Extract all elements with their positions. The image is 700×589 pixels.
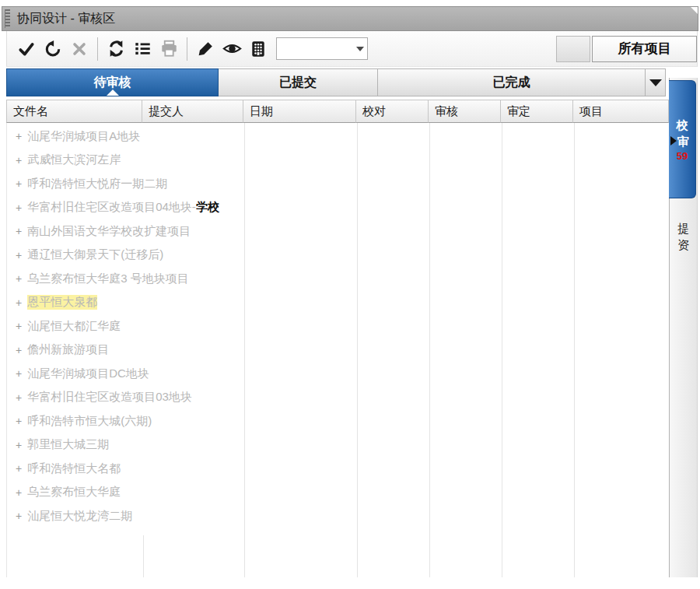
side-tab-char: 资 xyxy=(677,237,689,253)
column-header-文件名[interactable]: 文件名 xyxy=(6,100,142,123)
preview-button[interactable] xyxy=(220,37,243,61)
file-name-bold-suffix: 学校 xyxy=(196,200,219,215)
tab-label: 待审核 xyxy=(94,75,131,91)
active-pointer-icon xyxy=(670,136,677,145)
expand-plus-icon[interactable]: + xyxy=(16,439,22,451)
expand-plus-icon[interactable]: + xyxy=(16,462,22,475)
side-tab-char: 校 xyxy=(677,117,688,133)
dock-grip-icon[interactable] xyxy=(5,9,10,28)
undo-icon xyxy=(44,40,61,58)
table-row[interactable]: +南山外国语文华学校改扩建项目 xyxy=(7,219,669,244)
column-header-审核[interactable]: 审核 xyxy=(429,100,501,123)
table-row[interactable]: +呼和浩特恒大悦府一期二期 xyxy=(7,172,669,196)
chevron-down-icon xyxy=(356,47,364,51)
side-tab-char: 审 xyxy=(677,133,689,149)
dropdown-arrow-icon xyxy=(649,79,662,86)
tab-label: 已完成 xyxy=(493,75,530,91)
cancel-button xyxy=(68,37,91,61)
title-bar[interactable]: 协同设计 - 审核区 xyxy=(2,6,698,31)
refresh-icon xyxy=(107,40,125,58)
project-filter-combo[interactable] xyxy=(276,37,368,60)
window-title: 协同设计 - 审核区 xyxy=(17,11,115,27)
expand-plus-icon[interactable]: + xyxy=(16,154,22,167)
corner-notch xyxy=(691,7,698,14)
expand-plus-icon[interactable]: + xyxy=(16,130,22,142)
file-name: 汕尾华润城项目A地块 xyxy=(27,129,140,144)
edit-button[interactable] xyxy=(194,37,217,61)
pending-count-badge: 59 xyxy=(677,149,688,163)
file-name: 乌兰察布恒大华庭3 号地块项目 xyxy=(27,272,189,286)
column-header-项目[interactable]: 项目 xyxy=(573,100,669,123)
tab-overflow-button[interactable] xyxy=(646,68,666,96)
undo-button[interactable] xyxy=(41,37,65,61)
project-button[interactable] xyxy=(247,37,270,61)
column-header-日期[interactable]: 日期 xyxy=(243,100,356,123)
blank-toggle-box[interactable] xyxy=(556,36,590,62)
side-tab-提资[interactable]: 提资 xyxy=(670,220,697,253)
table-header: 文件名提交人日期校对审核审定项目 xyxy=(6,100,669,123)
file-name: 南山外国语文华学校改扩建项目 xyxy=(27,224,191,239)
table-row[interactable]: +汕尾恒大悦龙湾二期 xyxy=(7,504,669,528)
expand-plus-icon[interactable]: + xyxy=(16,249,22,261)
refresh-button[interactable] xyxy=(104,37,128,61)
app-window: 协同设计 - 审核区 所有项目 待审核已提交已完成 文件名提交人日期校对审核审定… xyxy=(0,0,700,589)
table-row[interactable]: +乌兰察布恒大华庭 xyxy=(7,481,669,505)
expand-plus-icon[interactable]: + xyxy=(16,320,22,332)
table-row[interactable]: +汕尾恒大都汇华庭 xyxy=(7,314,669,338)
expand-plus-icon[interactable]: + xyxy=(16,296,22,309)
table-row[interactable]: +郭里恒大城三期 xyxy=(7,433,669,458)
file-name: 汕尾华润城项目DC地块 xyxy=(27,366,149,381)
expand-plus-icon[interactable]: + xyxy=(16,177,22,190)
tab-待审核[interactable]: 待审核 xyxy=(6,68,219,96)
eye-icon xyxy=(222,39,242,58)
table-row[interactable]: +儋州新旅游项目 xyxy=(7,338,669,363)
expand-plus-icon[interactable]: + xyxy=(16,225,22,237)
list-icon xyxy=(134,40,152,58)
table-row[interactable]: +呼和浩特恒大名都 xyxy=(7,457,669,481)
table-row[interactable]: +乌兰察布恒大华庭3 号地块项目 xyxy=(7,267,669,291)
table-row[interactable]: +武威恒大滨河左岸 xyxy=(7,149,669,173)
file-name: 郭里恒大城三期 xyxy=(27,437,109,452)
file-name: 恩平恒大泉都 xyxy=(27,295,97,310)
project-filter-input[interactable] xyxy=(277,38,352,59)
column-header-审定[interactable]: 审定 xyxy=(501,100,573,123)
tab-已提交[interactable]: 已提交 xyxy=(219,68,378,96)
toolbar-separator xyxy=(187,37,187,61)
check-icon xyxy=(18,40,35,58)
file-list: +汕尾华润城项目A地块+武威恒大滨河左岸+呼和浩特恒大悦府一期二期+华富村旧住宅… xyxy=(7,124,669,528)
pencil-icon xyxy=(197,40,214,58)
file-name: 呼和浩特恒大悦府一期二期 xyxy=(27,177,167,191)
review-tabs: 待审核已提交已完成 xyxy=(6,68,666,96)
table-row[interactable]: +华富村旧住宅区改造项目03地块 xyxy=(7,386,669,410)
table-row[interactable]: +汕尾华润城项目A地块 xyxy=(7,124,669,149)
expand-plus-icon[interactable]: + xyxy=(16,202,22,214)
side-tab-strip: 校审59提资 xyxy=(669,78,698,577)
print-button xyxy=(157,37,180,61)
side-tab-校审[interactable]: 校审59 xyxy=(669,80,696,198)
toolbar: 所有项目 xyxy=(6,31,698,67)
column-header-提交人[interactable]: 提交人 xyxy=(142,100,243,123)
column-header-校对[interactable]: 校对 xyxy=(356,100,429,123)
table-row[interactable]: +恩平恒大泉都 xyxy=(7,291,669,315)
file-table-body: +汕尾华润城项目A地块+武威恒大滨河左岸+呼和浩特恒大悦府一期二期+华富村旧住宅… xyxy=(6,123,669,577)
list-button[interactable] xyxy=(131,37,154,61)
table-row[interactable]: +华富村旧住宅区改造项目04地块-学校 xyxy=(7,196,669,220)
expand-plus-icon[interactable]: + xyxy=(16,272,22,285)
expand-plus-icon[interactable]: + xyxy=(16,486,22,499)
combo-dropdown-button[interactable] xyxy=(352,38,367,59)
building-icon xyxy=(250,40,267,58)
expand-plus-icon[interactable]: + xyxy=(16,344,22,356)
table-row[interactable]: +通辽恒大御景天下(迁移后) xyxy=(7,244,669,268)
file-name: 华富村旧住宅区改造项目04地块- xyxy=(27,200,196,215)
toolbar-separator xyxy=(97,37,98,61)
expand-plus-icon[interactable]: + xyxy=(16,510,22,522)
table-row[interactable]: +汕尾华润城项目DC地块 xyxy=(7,362,669,386)
table-row[interactable]: +呼和浩特市恒大城(六期) xyxy=(7,409,669,433)
tab-已完成[interactable]: 已完成 xyxy=(378,68,646,96)
expand-plus-icon[interactable]: + xyxy=(16,367,22,380)
expand-plus-icon[interactable]: + xyxy=(16,391,22,404)
all-projects-button[interactable]: 所有项目 xyxy=(592,36,697,62)
tab-label: 已提交 xyxy=(279,75,317,91)
confirm-button[interactable] xyxy=(15,37,38,61)
expand-plus-icon[interactable]: + xyxy=(16,415,22,427)
